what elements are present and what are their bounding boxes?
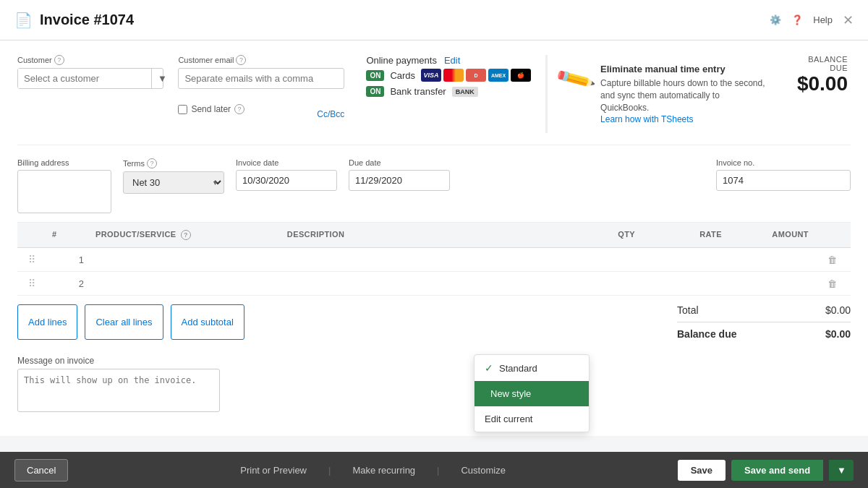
edit-current-option[interactable]: Edit current	[475, 406, 589, 432]
card-icons: VISA D AMEX 🍎	[421, 69, 531, 82]
terms-label: Terms ?	[123, 158, 224, 168]
customize-link[interactable]: Customize	[461, 465, 505, 476]
table-actions: Add lines Clear all lines Add subtotal T…	[17, 296, 851, 348]
main-content: Customer ? ▼ Customer email ?	[0, 40, 868, 436]
product-info-icon[interactable]: ?	[181, 230, 191, 240]
customer-label: Customer ?	[17, 55, 163, 65]
balance-due-amount: $0.00	[825, 328, 851, 340]
standard-check-icon: ✓	[485, 362, 493, 374]
invoice-no-label: Invoice no.	[716, 158, 851, 167]
cards-row: ON Cards VISA D AMEX 🍎	[366, 69, 531, 82]
help-label[interactable]: Help	[813, 14, 833, 25]
send-later-checkbox[interactable]	[178, 105, 187, 114]
description-cell-1[interactable]	[281, 249, 569, 271]
invoice-icon: 📄	[14, 12, 33, 29]
help-icon[interactable]: ❓	[791, 14, 803, 25]
product-input-1[interactable]	[95, 254, 276, 265]
add-lines-button[interactable]: Add lines	[17, 304, 77, 340]
amount-cell-1[interactable]	[728, 249, 814, 271]
add-subtotal-button[interactable]: Add subtotal	[171, 304, 244, 340]
qty-cell-1[interactable]	[569, 249, 641, 271]
save-send-button[interactable]: Save and send	[731, 460, 823, 480]
footer-left: Cancel	[14, 459, 68, 480]
message-textarea[interactable]	[17, 369, 220, 412]
make-recurring-link[interactable]: Make recurring	[352, 465, 415, 476]
customer-input[interactable]	[18, 69, 151, 88]
promo-link[interactable]: Learn how with TSheets	[600, 114, 694, 124]
edit-current-label: Edit current	[485, 414, 532, 424]
payments-label: Online payments	[366, 55, 437, 66]
col-amount: AMOUNT	[728, 227, 814, 243]
customer-block: Customer ? ▼	[17, 55, 163, 89]
new-style-option[interactable]: New style	[475, 381, 589, 406]
terms-wrapper: Net 30 Net 15 Net 60 Due on receipt	[123, 171, 224, 194]
product-input-2[interactable]	[95, 278, 276, 289]
col-delete	[814, 227, 851, 243]
qty-input-1[interactable]	[574, 254, 635, 265]
balance-block: BALANCE DUE $0.00	[791, 55, 851, 95]
description-cell-2[interactable]	[281, 273, 569, 295]
delete-row-2[interactable]: 🗑	[814, 273, 851, 295]
product-cell-2[interactable]	[90, 273, 281, 295]
amount-input-1[interactable]	[733, 254, 809, 265]
discover-icon: D	[466, 69, 486, 82]
edit-payments-link[interactable]: Edit	[444, 55, 460, 66]
amex-icon: AMEX	[488, 69, 509, 82]
email-info-icon[interactable]: ?	[236, 55, 246, 65]
rate-input-1[interactable]	[647, 254, 722, 265]
qty-input-2[interactable]	[574, 278, 635, 289]
email-label: Customer email ?	[178, 55, 344, 65]
payments-block: Online payments Edit ON Cards VISA D AME…	[366, 55, 531, 97]
email-block: Customer email ? Send later ? Cc/Bcc	[178, 55, 344, 119]
rate-input-2[interactable]	[647, 278, 722, 289]
promo-icon: ✏️	[554, 58, 597, 100]
email-input[interactable]	[178, 68, 344, 89]
customer-select[interactable]: ▼	[17, 68, 163, 89]
cc-bcc-link[interactable]: Cc/Bcc	[317, 109, 344, 119]
print-preview-link[interactable]: Print or Preview	[240, 465, 307, 476]
amount-cell-2[interactable]	[728, 273, 814, 295]
promo-description: Capture billable hours down to the secon…	[600, 77, 765, 114]
send-later-row: Send later ?	[178, 104, 244, 114]
rate-cell-2[interactable]	[641, 273, 728, 295]
cards-label: Cards	[390, 70, 415, 81]
terms-info-icon[interactable]: ?	[147, 158, 157, 168]
promo-text: Eliminate manual time entry Capture bill…	[600, 64, 765, 124]
save-send-dropdown-button[interactable]: ▼	[829, 460, 854, 480]
divider-2: |	[437, 465, 439, 476]
total-amount: $0.00	[825, 304, 851, 316]
promo-block: ✏️ Eliminate manual time entry Capture b…	[545, 55, 777, 133]
due-date-input[interactable]	[349, 170, 450, 191]
customer-info-icon[interactable]: ?	[54, 55, 64, 65]
description-input-1[interactable]	[287, 254, 563, 265]
settings-icon[interactable]: ⚙️	[770, 14, 781, 25]
send-later-info-icon[interactable]: ?	[234, 104, 244, 114]
save-button[interactable]: Save	[678, 460, 726, 480]
customer-dropdown-arrow[interactable]: ▼	[151, 69, 173, 88]
col-drag	[17, 227, 46, 243]
col-description: DESCRIPTION	[281, 227, 569, 243]
col-qty: QTY	[569, 227, 641, 243]
terms-select[interactable]: Net 30 Net 15 Net 60 Due on receipt	[123, 171, 224, 194]
close-icon[interactable]: ✕	[843, 12, 854, 28]
bank-on-badge: ON	[366, 86, 384, 97]
drag-handle-1[interactable]: ⠿	[17, 248, 46, 271]
standard-label: Standard	[499, 363, 537, 374]
description-input-2[interactable]	[287, 278, 563, 289]
mastercard-icon	[443, 69, 464, 82]
invoice-date-input[interactable]	[236, 170, 337, 191]
rate-cell-1[interactable]	[641, 249, 728, 271]
header-right: ⚙️ ❓ Help ✕	[770, 12, 854, 28]
clear-all-button[interactable]: Clear all lines	[85, 304, 163, 340]
standard-style-option[interactable]: ✓ Standard	[475, 355, 589, 381]
product-cell-1[interactable]	[90, 249, 281, 271]
bank-label: Bank transfer	[390, 86, 446, 97]
drag-handle-2[interactable]: ⠿	[17, 272, 46, 295]
top-section: Customer ? ▼ Customer email ?	[17, 55, 851, 145]
invoice-no-input[interactable]	[716, 170, 851, 191]
billing-address-input[interactable]	[17, 170, 111, 213]
delete-row-1[interactable]: 🗑	[814, 249, 851, 271]
qty-cell-2[interactable]	[569, 273, 641, 295]
amount-input-2[interactable]	[733, 278, 809, 289]
cancel-button[interactable]: Cancel	[14, 459, 68, 480]
